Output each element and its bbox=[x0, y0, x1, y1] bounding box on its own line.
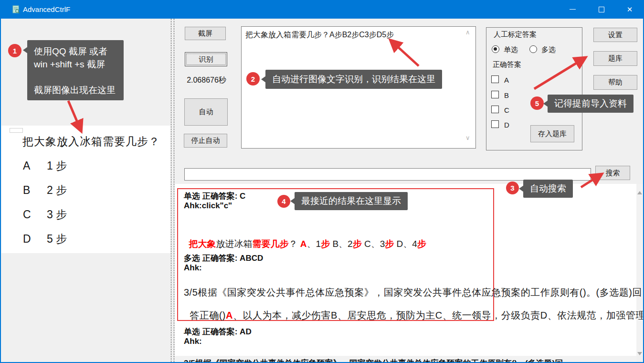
annotation-badge-4: 4 bbox=[277, 195, 290, 208]
question-bank-button[interactable]: 题库 bbox=[593, 51, 637, 66]
answer-checkbox-d[interactable] bbox=[491, 120, 499, 128]
app-icon bbox=[12, 5, 21, 14]
preview-option-d: D5 步 bbox=[23, 232, 147, 246]
answer-checkbox-c-label: C bbox=[504, 106, 509, 114]
ocr-text: 把大象放入箱需要几步？A步B2步C3步D5步 bbox=[245, 31, 394, 39]
answer-checkbox-c[interactable] bbox=[491, 106, 499, 113]
annotation-tooltip-5: 记得提前导入资料 bbox=[548, 95, 633, 113]
auto-button[interactable]: 自动 bbox=[184, 98, 228, 126]
result1-header: 单选 正确答案: C bbox=[184, 191, 245, 202]
result-clipped-line: 3/5根据《国家突发公共事件总体应急预案》，国家突发公共事件总体应急预案的工作原… bbox=[184, 358, 633, 362]
elapsed-time-label: 2.068676秒 bbox=[184, 75, 229, 85]
preview-option-c: C3 步 bbox=[23, 207, 147, 222]
scroll-up-arrow-icon[interactable] bbox=[637, 191, 642, 194]
annotation-tooltip-4: 最接近的结果在这里显示 bbox=[295, 192, 408, 210]
preview-option-b: B2 步 bbox=[23, 183, 147, 198]
result2-paragraph-line2: 答正确()A、以人为本，减少伤害B、居安思危，预防为主C、统一领导，分级负责D、… bbox=[184, 298, 644, 322]
result2-ahk: Ahk: bbox=[184, 263, 202, 273]
answer-checkbox-b[interactable] bbox=[491, 91, 499, 98]
result3-header: 单选 正确答案: AD bbox=[184, 326, 252, 337]
save-to-bank-button[interactable]: 存入题库 bbox=[530, 125, 574, 142]
result2-header: 多选 正确答案: ABCD bbox=[184, 253, 263, 264]
panel-splitter[interactable] bbox=[171, 19, 174, 362]
labeling-title: 人工标定答案 bbox=[494, 30, 537, 39]
annotation-badge-3: 3 bbox=[506, 182, 519, 194]
titlebar: AdvancedCtrlF ✕ bbox=[0, 0, 644, 19]
minimize-icon bbox=[570, 9, 576, 10]
multi-choice-radio[interactable] bbox=[529, 45, 537, 53]
answer-checkbox-b-label: B bbox=[504, 91, 509, 99]
multi-choice-label: 多选 bbox=[541, 45, 556, 54]
maximize-button[interactable] bbox=[591, 0, 612, 19]
scroll-down-icon[interactable]: ∨ bbox=[465, 134, 470, 141]
minimize-button[interactable] bbox=[561, 0, 583, 19]
results-vertical-scrollbar[interactable] bbox=[636, 184, 643, 356]
window-title: AdvancedCtrlF bbox=[23, 5, 70, 13]
scroll-down-arrow-icon[interactable] bbox=[637, 352, 642, 355]
recognize-button[interactable]: 识别 bbox=[185, 52, 227, 66]
radio-dot bbox=[494, 47, 497, 51]
annotation-tooltip-2: 自动进行图像文字识别，识别结果在这里 bbox=[265, 70, 442, 89]
maximize-icon bbox=[599, 7, 604, 12]
scroll-up-icon[interactable]: ∧ bbox=[465, 29, 470, 36]
single-choice-label: 单选 bbox=[504, 45, 518, 54]
search-button[interactable]: 搜索 bbox=[595, 166, 630, 180]
single-choice-radio[interactable] bbox=[492, 45, 499, 53]
preview-question: 把大象放入冰箱需要几步？ bbox=[22, 134, 160, 149]
answer-checkbox-a-label: A bbox=[504, 76, 509, 84]
settings-button[interactable]: 设置 bbox=[593, 28, 637, 42]
answer-checkbox-d-label: D bbox=[504, 121, 509, 129]
preview-option-a: A1 步 bbox=[23, 159, 147, 173]
screenshot-image-fragment bbox=[10, 128, 23, 133]
annotation-tooltip-1: 使用QQ 截屏 或者 win +shift +s 截屏 截屏图像出现在这里 bbox=[27, 40, 124, 100]
capture-button[interactable]: 截屏 bbox=[185, 27, 226, 40]
close-icon: ✕ bbox=[627, 5, 633, 14]
result1-ahk: Ahk:click"c" bbox=[184, 201, 232, 211]
annotation-tooltip-3: 自动搜索 bbox=[523, 180, 573, 198]
result3-ahk: Ahk: bbox=[184, 337, 202, 346]
correct-answer-label: 正确答案 bbox=[493, 60, 521, 69]
help-button[interactable]: 帮助 bbox=[593, 75, 637, 90]
stop-auto-button[interactable]: 停止自动 bbox=[184, 134, 227, 148]
annotation-badge-5: 5 bbox=[530, 96, 544, 110]
answer-checkbox-a[interactable] bbox=[491, 75, 499, 83]
annotation-badge-1: 1 bbox=[8, 44, 21, 57]
close-button[interactable]: ✕ bbox=[619, 0, 641, 19]
result2-paragraph-line1: 3/5根据《国家突发公共事件总体应急预案》，国家突发公共事件总体应急预案的工作原… bbox=[184, 286, 642, 299]
annotation-badge-2: 2 bbox=[246, 72, 260, 85]
result1-question-line: 把大象放进冰箱需要几步？ A、1步 B、2步 C、3步 D、4步 bbox=[184, 227, 426, 250]
search-input[interactable] bbox=[184, 168, 591, 181]
